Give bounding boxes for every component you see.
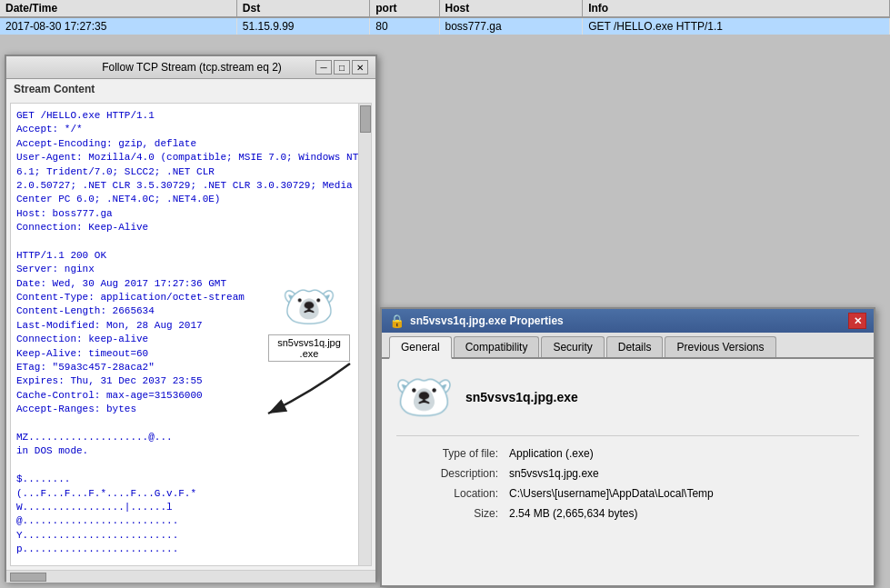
- stream-line: 2.0.50727; .NET CLR 3.5.30729; .NET CLR …: [16, 179, 365, 207]
- stream-line: User-Agent: Mozilla/4.0 (compatible; MSI…: [16, 151, 365, 179]
- bear-file-popup: 🐻‍❄️ sn5vsvs1q.jpg .exe: [268, 282, 350, 362]
- stream-line: MZ....................@...: [16, 431, 365, 444]
- props-title-text: sn5vsvs1q.jpg.exe Properties: [410, 314, 564, 327]
- stream-content-label: Stream Content: [6, 79, 375, 99]
- props-tab-general[interactable]: General: [389, 336, 452, 359]
- bear-large-icon: 🐻‍❄️: [395, 370, 454, 425]
- props-fields: Type of file:Application (.exe)Descripti…: [396, 447, 859, 520]
- props-tabs: GeneralCompatibilitySecurityDetailsPrevi…: [382, 333, 874, 359]
- col-host: Host: [439, 0, 583, 17]
- cell-dst: 51.15.9.99: [236, 17, 369, 35]
- stream-line: GET /HELLO.exe HTTP/1.1: [16, 109, 365, 123]
- cell-datetime: 2017-08-30 17:27:35: [0, 17, 236, 35]
- field-value: sn5vsvs1q.jpg.exe: [509, 467, 859, 480]
- col-port: port: [370, 0, 439, 17]
- stream-line: [16, 459, 365, 473]
- props-content: 🐻‍❄️ sn5vsvs1q.jpg.exe Type of file:Appl…: [382, 359, 874, 531]
- props-header-row: 🐻‍❄️ sn5vsvs1q.jpg.exe: [396, 370, 859, 436]
- props-title-left: 🔒 sn5vsvs1q.jpg.exe Properties: [389, 314, 564, 328]
- stream-line: p..........................: [16, 543, 365, 556]
- bear-filename: sn5vsvs1q.jpg .exe: [268, 334, 350, 362]
- properties-window: 🔒 sn5vsvs1q.jpg.exe Properties ✕ General…: [380, 307, 875, 587]
- props-titlebar: 🔒 sn5vsvs1q.jpg.exe Properties ✕: [382, 309, 874, 333]
- field-value: C:\Users\[username]\AppData\Local\Temp: [509, 487, 859, 500]
- maximize-button[interactable]: □: [334, 60, 350, 75]
- cell-host: boss777.ga: [439, 17, 583, 35]
- cell-port: 80: [370, 17, 439, 35]
- field-label: Description:: [396, 467, 505, 480]
- horizontal-scrollbar[interactable]: [6, 570, 375, 583]
- field-label: Type of file:: [396, 447, 505, 460]
- stream-line: Accept-Ranges: bytes: [16, 403, 365, 416]
- props-close-button[interactable]: ✕: [848, 313, 866, 329]
- stream-line: Cache-Control: max-age=31536000: [16, 389, 365, 403]
- field-value: 2.54 MB (2,665,634 bytes): [509, 507, 859, 520]
- tcp-window-titlebar: Follow TCP Stream (tcp.stream eq 2) ─ □ …: [6, 56, 375, 79]
- minimize-button[interactable]: ─: [315, 60, 332, 75]
- scrollbar-thumb[interactable]: [360, 105, 371, 133]
- close-button[interactable]: ✕: [352, 60, 368, 75]
- props-title-icon: 🔒: [389, 314, 405, 328]
- stream-line: $........: [16, 473, 365, 486]
- stream-line: Accept-Encoding: gzip, deflate: [16, 137, 365, 151]
- bear-icon: 🐻‍❄️: [268, 282, 350, 333]
- cell-info: GET /HELLO.exe HTTP/1.1: [583, 17, 890, 35]
- stream-line: [16, 417, 365, 431]
- stream-line: Expires: Thu, 31 Dec 2037 23:55: [16, 374, 365, 388]
- col-datetime: Date/Time: [0, 0, 236, 17]
- stream-line: Y..........................: [16, 529, 365, 543]
- props-tab-details[interactable]: Details: [606, 336, 664, 357]
- props-filename: sn5vsvs1q.jpg.exe: [465, 390, 578, 404]
- tcp-window-title: Follow TCP Stream (tcp.stream eq 2): [68, 61, 315, 74]
- stream-line: Connection: Keep-Alive: [16, 221, 365, 234]
- stream-line: W.................|......l: [16, 501, 365, 514]
- field-label: Location:: [396, 487, 505, 500]
- stream-line: Server: nginx: [16, 263, 365, 276]
- field-label: Size:: [396, 507, 505, 520]
- stream-line: (...F...F...F.*....F...G.v.F.*: [16, 487, 365, 501]
- props-tab-previous-versions[interactable]: Previous Versions: [665, 336, 775, 357]
- col-info: Info: [583, 0, 890, 17]
- stream-line: ETag: "59a3c457-28aca2": [16, 361, 365, 374]
- window-controls: ─ □ ✕: [315, 60, 368, 75]
- col-dst: Dst: [236, 0, 369, 17]
- props-bear-icon: 🐻‍❄️: [396, 370, 451, 424]
- props-tab-compatibility[interactable]: Compatibility: [454, 336, 540, 357]
- hscroll-thumb[interactable]: [10, 573, 46, 582]
- field-value: Application (.exe): [509, 447, 859, 460]
- stream-line: Host: boss777.ga: [16, 207, 365, 221]
- stream-line: [16, 235, 365, 249]
- stream-line: @..........................: [16, 514, 365, 528]
- stream-line: HTTP/1.1 200 OK: [16, 249, 365, 263]
- packet-table: Date/Time Dst port Host Info 2017-08-30 …: [0, 0, 890, 35]
- stream-line: in DOS mode.: [16, 444, 365, 458]
- props-tab-security[interactable]: Security: [541, 336, 604, 357]
- table-row[interactable]: 2017-08-30 17:27:35 51.15.9.99 80 boss77…: [0, 17, 890, 35]
- stream-line: Accept: */*: [16, 123, 365, 136]
- vertical-scrollbar[interactable]: [358, 104, 371, 565]
